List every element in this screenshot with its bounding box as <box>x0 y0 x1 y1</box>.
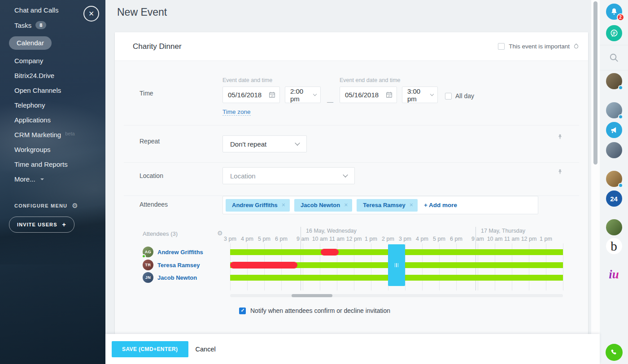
scheduler-title: Attendees (3) <box>143 230 178 237</box>
sidebar-item-label: Tasks <box>14 22 31 29</box>
important-toggle: This event is important <box>498 43 578 50</box>
start-time-value: 2:00 pm <box>290 87 314 103</box>
scheduler-chart <box>230 243 563 290</box>
notify-checkbox[interactable] <box>239 308 246 314</box>
add-more-button[interactable]: + Add more <box>424 202 457 208</box>
sidebar-item-more[interactable]: More... <box>0 172 105 186</box>
important-label: This event is important <box>509 43 570 50</box>
attendee-chip: Teresa Ramsey× <box>357 199 418 212</box>
scheduler-hscrollbar[interactable] <box>230 294 563 297</box>
hour-label: 2 pm <box>382 236 394 242</box>
attendee-chip-name: Jacob Newton <box>301 202 340 208</box>
day-separator-line <box>301 227 301 290</box>
search-button[interactable] <box>606 49 622 65</box>
cancel-button[interactable]: Cancel <box>196 346 216 353</box>
sidebar-item-label: Chat and Calls <box>14 6 58 14</box>
scheduler-grid: 16 May, Wednesday17 May, Thursday 3 pm4 … <box>230 227 563 297</box>
notify-row: Notify when attendees confirm or decline… <box>239 307 579 314</box>
vertical-scrollbar-thumb[interactable] <box>593 1 597 165</box>
start-date-input[interactable]: 05/16/2018 24 <box>222 87 280 103</box>
important-checkbox[interactable] <box>498 43 505 50</box>
repeat-select[interactable]: Don't repeat <box>222 135 307 152</box>
hour-label: 11 am <box>329 236 345 242</box>
sidebar-item-telephony[interactable]: Telephony <box>0 98 105 113</box>
online-status-dot <box>618 183 623 188</box>
hour-label: 11 am <box>504 236 519 242</box>
vertical-scrollbar[interactable] <box>591 0 600 364</box>
sidebar-item-applications[interactable]: Applications <box>0 113 105 127</box>
notifications-button[interactable]: 2 <box>606 4 622 20</box>
remove-attendee-icon[interactable]: × <box>344 202 348 208</box>
recent-chat-3-avatar[interactable] <box>606 142 622 158</box>
all-day-toggle[interactable]: All day <box>445 92 474 100</box>
flame-icon <box>573 43 579 49</box>
remove-attendee-icon[interactable]: × <box>282 202 285 208</box>
hour-label: 10 am <box>312 236 328 242</box>
location-select[interactable]: Location <box>222 167 355 184</box>
phone-button[interactable] <box>606 344 623 361</box>
event-time-selection[interactable] <box>388 244 405 286</box>
event-name-input[interactable]: Charity Dinner <box>133 42 182 51</box>
attendees-chips: Andrew Griffiths×Jacob Newton×Teresa Ram… <box>226 199 418 212</box>
end-date-input[interactable]: 05/16/2018 24 <box>340 87 397 103</box>
sidebar-item-label: More... <box>14 175 35 183</box>
bitrix24-logo[interactable]: 24 <box>606 191 622 207</box>
pin-icon[interactable] <box>557 169 563 177</box>
day-label: 16 May, Wednesday <box>306 228 357 234</box>
main-content: New Event Charity Dinner This event is i… <box>105 0 591 364</box>
sidebar: × Chat and CallsTasks8CalendarCompanyBit… <box>0 0 105 364</box>
pin-icon[interactable] <box>557 134 563 142</box>
chevron-down-icon <box>343 172 348 177</box>
gear-icon[interactable]: ⚙ <box>217 230 223 237</box>
invite-users-button[interactable]: INVITE USERS + <box>9 217 74 233</box>
sidebar-close-button[interactable]: × <box>83 6 99 22</box>
recent-chat-4-avatar[interactable] <box>606 171 622 187</box>
iu-logo[interactable]: iu <box>609 269 619 281</box>
sidebar-item-workgroups[interactable]: Workgroups <box>0 142 105 157</box>
configure-menu-button[interactable]: CONFIGURE MENU ⚙ <box>14 202 78 210</box>
save-button[interactable]: SAVE (CMD+ENTER) <box>112 341 188 357</box>
configure-menu-label: CONFIGURE MENU <box>14 203 67 208</box>
sidebar-item-label: Open Channels <box>14 87 61 94</box>
location-row: Location Location <box>124 162 579 195</box>
remove-attendee-icon[interactable]: × <box>410 202 413 208</box>
recent-chat-5-avatar[interactable] <box>606 219 622 235</box>
scheduler-attendee: TRTeresa Ramsey <box>143 260 228 270</box>
online-status-dot <box>618 114 623 119</box>
attendees-input[interactable]: Andrew Griffiths×Jacob Newton×Teresa Ram… <box>222 196 538 214</box>
hour-label: 9 am <box>297 236 309 242</box>
announcements-button[interactable] <box>606 122 622 138</box>
letter-b-logo-label: b <box>611 239 617 254</box>
bitrix24-app: × Chat and CallsTasks8CalendarCompanyBit… <box>0 0 628 364</box>
hour-label: 10 am <box>487 236 503 242</box>
messenger-button[interactable] <box>606 25 622 41</box>
sidebar-item-time-and-reports[interactable]: Time and Reports <box>0 157 105 172</box>
time-zone-link[interactable]: Time zone <box>222 108 251 116</box>
recent-chat-1-avatar[interactable] <box>606 73 622 89</box>
sidebar-item-label: Bitrix24.Drive <box>14 72 54 79</box>
hscrollbar-thumb[interactable] <box>292 294 332 297</box>
rail-divider <box>600 70 628 70</box>
letter-b-logo[interactable]: b <box>606 238 622 254</box>
hour-label: 5 pm <box>433 236 445 242</box>
sidebar-item-calendar[interactable]: Calendar <box>0 33 105 53</box>
sidebar-item-open-channels[interactable]: Open Channels <box>0 83 105 98</box>
busy-time-bar <box>321 249 339 256</box>
page-title: New Event <box>117 6 591 18</box>
location-row-label: Location <box>140 163 222 195</box>
selection-drag-handle[interactable] <box>395 263 399 267</box>
all-day-checkbox[interactable] <box>445 93 452 100</box>
start-time-input[interactable]: 2:00 pm <box>285 87 321 103</box>
attendee-name: Jacob Newton <box>157 274 197 281</box>
notification-count-badge: 2 <box>617 13 624 21</box>
sidebar-item-crm-marketing[interactable]: CRM Marketingbeta <box>0 127 105 142</box>
recent-chat-2-avatar[interactable] <box>606 102 622 118</box>
hour-label: 12 pm <box>346 236 362 242</box>
hour-label: 1 pm <box>540 236 552 242</box>
sidebar-item-company[interactable]: Company <box>0 53 105 68</box>
end-time-input[interactable]: 3:00 pm <box>402 87 438 103</box>
rail-divider <box>600 45 628 45</box>
avatar: TR <box>143 260 153 270</box>
sidebar-item-bitrix24-drive[interactable]: Bitrix24.Drive <box>0 68 105 83</box>
sidebar-item-label: Workgroups <box>14 146 51 153</box>
